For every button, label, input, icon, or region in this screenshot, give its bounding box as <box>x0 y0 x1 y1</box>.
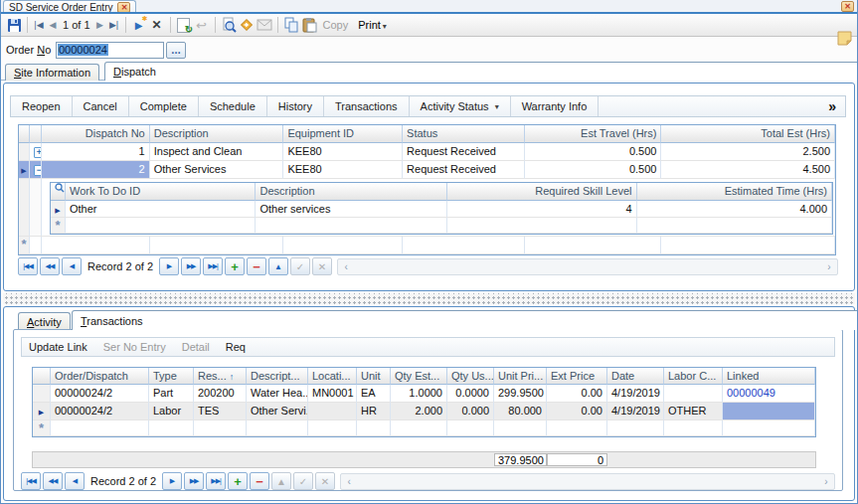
column-header-equipment-id[interactable]: Equipment ID <box>283 125 403 143</box>
scrollbar-track[interactable] <box>357 474 818 489</box>
cell-est-travel[interactable]: 0.500 <box>525 143 662 161</box>
cell-res[interactable]: TES <box>194 403 247 420</box>
nav-first-button[interactable]: |◀◀ <box>18 257 38 275</box>
new-row-indicator[interactable]: * <box>19 237 30 254</box>
print-button[interactable]: Print▾ <box>358 19 387 31</box>
cell-status[interactable]: Request Received <box>403 143 525 161</box>
column-header-qty-est[interactable]: Qty Est... <box>391 368 447 385</box>
table-row-selected[interactable]: ▶ 00000024/2 Labor TES Other Servi... HR… <box>33 403 815 420</box>
reopen-button[interactable]: Reopen <box>11 96 73 116</box>
order-no-input[interactable]: 00000024 <box>56 42 164 59</box>
nav-forward-button[interactable]: ▶▶ <box>184 472 204 490</box>
save-icon[interactable] <box>5 16 23 34</box>
table-row[interactable]: + 1 Inspect and Clean KEE80 Request Rece… <box>19 143 835 161</box>
column-header-description[interactable]: Description <box>150 125 284 143</box>
cell-qty-est[interactable]: 1.0000 <box>391 385 447 403</box>
cell-res[interactable]: 200200 <box>194 385 247 403</box>
cancel-edit-button[interactable]: ✕ <box>315 472 335 490</box>
cell-unit-price[interactable]: 80.000 <box>494 403 547 420</box>
nav-prev-button[interactable]: ◀ <box>62 257 82 275</box>
schedule-button[interactable]: Schedule <box>199 96 267 116</box>
cell-linked-selected[interactable] <box>723 403 815 420</box>
run-icon[interactable]: ▶✱ <box>130 16 148 34</box>
cell-unit[interactable]: EA <box>357 385 391 403</box>
column-header-description[interactable]: Descript... <box>247 368 308 385</box>
cell-total-est[interactable]: 2.500 <box>661 143 835 161</box>
table-row[interactable]: ▶ Other Other services 4 4.000 <box>51 201 832 218</box>
column-header-order-dispatch[interactable]: Order/Dispatch <box>51 368 149 385</box>
add-record-button[interactable]: + <box>228 472 248 490</box>
cell-order-dispatch[interactable]: 00000024/2 <box>51 385 149 403</box>
detail-button[interactable]: Detail <box>182 341 210 353</box>
refresh-icon[interactable]: ↻ <box>175 16 193 34</box>
ser-no-entry-button[interactable]: Ser No Entry <box>103 341 166 353</box>
column-header-date[interactable]: Date <box>607 368 664 385</box>
record-prev-icon[interactable]: ◀ <box>46 16 60 34</box>
navigate-icon[interactable] <box>238 16 256 34</box>
column-header-unit[interactable]: Unit <box>357 368 391 385</box>
add-record-button[interactable]: + <box>225 257 245 275</box>
row-indicator[interactable] <box>19 143 30 161</box>
column-header-skill[interactable]: Required Skill Level <box>447 183 637 201</box>
column-header-res[interactable]: Res...↑ <box>194 368 247 385</box>
complete-button[interactable]: Complete <box>129 96 199 116</box>
new-row[interactable]: * <box>19 237 835 254</box>
cell-dispatch-no[interactable]: 1 <box>42 143 150 161</box>
cell-type[interactable]: Part <box>149 385 194 403</box>
table-row-selected[interactable]: ▶ − 2 Other Services KEE80 Request Recei… <box>19 161 835 179</box>
horizontal-scrollbar[interactable]: ‹ › <box>340 473 835 490</box>
overflow-chevron-icon[interactable]: » <box>828 98 845 114</box>
linked-order-link[interactable]: 00000049 <box>723 385 815 403</box>
expand-icon[interactable]: + <box>34 147 42 158</box>
row-indicator[interactable] <box>33 385 51 403</box>
tab-transactions[interactable]: Transactions <box>72 310 858 330</box>
column-header-qty-used[interactable]: Qty Us... <box>447 368 494 385</box>
nav-rewind-button[interactable]: ◀◀ <box>43 472 63 490</box>
cell-status[interactable]: Request Received <box>403 161 525 179</box>
column-header-time[interactable]: Estimated Time (Hrs) <box>637 183 833 201</box>
cell-equipment-id[interactable]: KEE80 <box>283 143 403 161</box>
note-icon[interactable] <box>837 31 852 46</box>
delete-record-button[interactable]: − <box>250 472 269 490</box>
column-header-ext-price[interactable]: Ext Price <box>547 368 607 385</box>
cell-labor-code[interactable] <box>664 385 723 403</box>
cell-date[interactable]: 4/19/2019 <box>607 403 664 420</box>
column-header-labor-code[interactable]: Labor C... <box>664 368 723 385</box>
search-header-cell[interactable] <box>51 183 66 201</box>
nav-first-button[interactable]: |◀◀ <box>21 472 41 490</box>
scroll-left-icon[interactable]: ‹ <box>338 259 354 274</box>
column-header-work-id[interactable]: Work To Do ID <box>66 183 257 201</box>
delete-record-button[interactable]: − <box>247 257 266 275</box>
commit-button[interactable]: ✓ <box>293 472 313 490</box>
cancel-button[interactable]: Cancel <box>73 96 129 116</box>
cell-unit[interactable]: HR <box>357 403 391 420</box>
column-header-status[interactable]: Status <box>403 125 525 143</box>
column-header-location[interactable]: Locati... <box>308 368 357 385</box>
order-no-browse-button[interactable]: … <box>166 42 186 59</box>
warranty-info-button[interactable]: Warranty Info <box>511 96 600 116</box>
row-indicator[interactable]: ▶ <box>33 403 51 420</box>
panel-splitter[interactable] <box>3 293 855 304</box>
new-row[interactable]: * <box>51 218 832 234</box>
tab-dispatch[interactable]: Dispatch <box>104 62 858 81</box>
column-header-unit-price[interactable]: Unit Pri... <box>494 368 547 385</box>
delete-icon[interactable]: ✕ <box>148 16 166 34</box>
copy-icon[interactable] <box>282 16 300 34</box>
move-up-button[interactable]: ▲ <box>271 472 291 490</box>
tab-site-information[interactable]: Site Information <box>5 64 99 81</box>
new-row-indicator[interactable]: * <box>33 420 51 436</box>
column-header-dispatch-no[interactable]: Dispatch No <box>42 125 150 143</box>
undo-icon[interactable]: ↩ <box>193 16 211 34</box>
nav-forward-button[interactable]: ▶▶ <box>181 257 201 275</box>
record-last-icon[interactable]: ▶| <box>107 16 121 34</box>
cell-order-dispatch[interactable]: 00000024/2 <box>51 403 149 420</box>
req-button[interactable]: Req <box>226 341 246 353</box>
cancel-edit-button[interactable]: ✕ <box>312 257 332 275</box>
scroll-right-icon[interactable]: › <box>821 259 837 274</box>
new-row-indicator[interactable]: * <box>51 218 66 234</box>
mail-icon[interactable] <box>256 16 273 34</box>
cell-qty-used[interactable]: 0.000 <box>447 403 494 420</box>
cell-total-est[interactable]: 4.500 <box>661 161 835 179</box>
nav-prev-button[interactable]: ◀ <box>65 472 85 490</box>
row-indicator[interactable]: ▶ <box>51 201 66 218</box>
